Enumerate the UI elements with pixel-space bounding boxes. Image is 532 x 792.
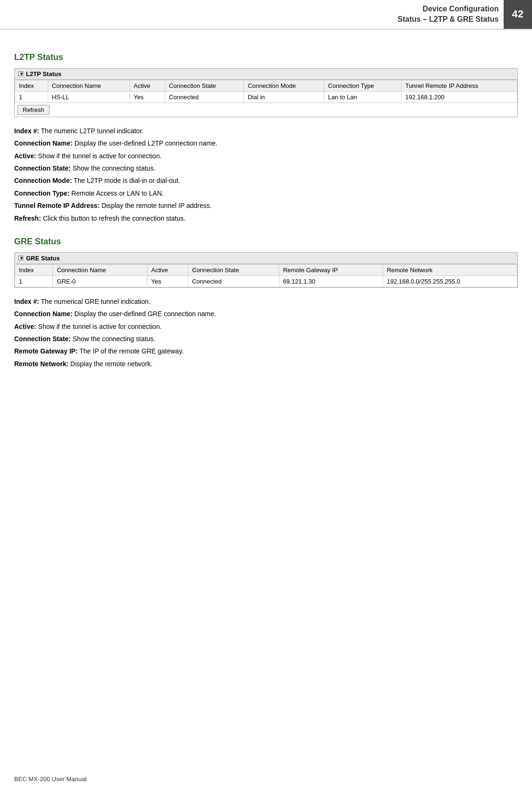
l2tp-desc-term-7: Refresh: xyxy=(14,215,41,222)
gre-desc-line-4: Remote Gateway IP: The IP of the remote … xyxy=(14,346,518,356)
main-content: L2TP Status ▼ L2TP Status Index Connecti… xyxy=(0,30,532,388)
l2tp-desc-term-5: Connection Type: xyxy=(14,189,69,197)
gre-desc-term-1: Connection Name: xyxy=(14,310,73,318)
l2tp-table: Index Connection Name Active Connection … xyxy=(15,80,517,103)
gre-table: Index Connection Name Active Connection … xyxy=(15,264,517,287)
l2tp-cell-r0-c3: Connected xyxy=(165,91,244,103)
l2tp-section-title: L2TP Status xyxy=(14,52,518,62)
l2tp-cell-r0-c4: Dial in xyxy=(244,91,324,103)
l2tp-desc-line-3: Connection State: Show the connecting st… xyxy=(14,163,518,173)
l2tp-desc-term-1: Connection Name: xyxy=(14,139,73,147)
l2tp-desc-line-6: Tunnel Remote IP Address: Display the re… xyxy=(14,200,518,211)
header-line2: Status – L2TP & GRE Status xyxy=(398,14,499,25)
l2tp-desc-term-2: Active: xyxy=(14,152,36,160)
l2tp-col-active: Active xyxy=(129,80,165,91)
l2tp-cell-r0-c6: 192.168.1.200 xyxy=(401,91,517,103)
gre-table-header: ▼ GRE Status xyxy=(15,253,517,264)
header-line1: Device Configuration xyxy=(423,4,499,14)
l2tp-cell-r0-c0: 1 xyxy=(15,91,48,103)
page-header: Device Configuration Status – L2TP & GRE… xyxy=(0,0,532,30)
gre-collapse-icon[interactable]: ▼ xyxy=(18,256,23,260)
l2tp-col-conntype: Connection Type xyxy=(324,80,401,91)
l2tp-cell-r0-c2: Yes xyxy=(129,91,165,103)
l2tp-desc-line-2: Active: Show if the tunnel is active for… xyxy=(14,151,518,161)
l2tp-desc-line-5: Connection Type: Remote Access or LAN to… xyxy=(14,188,518,198)
gre-table-header-row: Index Connection Name Active Connection … xyxy=(15,264,517,275)
l2tp-col-connname: Connection Name xyxy=(48,80,129,91)
footer-label: BEC MX-200 User Manual xyxy=(14,775,86,783)
l2tp-col-tunnelip: Tunnel Remote IP Address xyxy=(401,80,517,91)
l2tp-table-header: ▼ L2TP Status xyxy=(15,69,517,80)
gre-cell-r0-c0: 1 xyxy=(15,275,53,287)
l2tp-desc-term-6: Tunnel Remote IP Address: xyxy=(14,202,100,209)
gre-desc-term-3: Connection State: xyxy=(14,335,71,343)
l2tp-table-header-label: L2TP Status xyxy=(26,70,61,77)
gre-desc-term-4: Remote Gateway IP: xyxy=(14,347,78,355)
l2tp-desc-line-7: Refresh: Click this button to refresh th… xyxy=(14,213,518,224)
gre-desc-term-5: Remote Network: xyxy=(14,360,69,368)
gre-desc-line-0: Index #: The numerical GRE tunnel indica… xyxy=(14,296,518,307)
gre-desc-term-0: Index #: xyxy=(14,298,39,305)
l2tp-cell-r0-c5: Lan to Lan xyxy=(324,91,401,103)
gre-col-index: Index xyxy=(15,264,53,275)
gre-table-row: 1GRE-0YesConnected69.121.1.30192.168.0.0… xyxy=(15,275,517,287)
l2tp-desc-line-1: Connection Name: Display the user-define… xyxy=(14,138,518,148)
gre-desc-term-2: Active: xyxy=(14,323,36,330)
l2tp-cell-r0-c1: HS-LL xyxy=(48,91,129,103)
l2tp-col-connmode: Connection Mode xyxy=(244,80,324,91)
gre-col-connstate: Connection State xyxy=(188,264,279,275)
gre-col-connname: Connection Name xyxy=(53,264,147,275)
l2tp-col-index: Index xyxy=(15,80,48,91)
footer: BEC MX-200 User Manual xyxy=(14,775,86,783)
gre-cell-r0-c4: 69.121.1.30 xyxy=(279,275,383,287)
gre-col-active: Active xyxy=(147,264,188,275)
gre-desc-line-1: Connection Name: Display the user-define… xyxy=(14,309,518,319)
gre-table-container: ▼ GRE Status Index Connection Name Activ… xyxy=(14,252,518,288)
gre-desc-line-2: Active: Show if the tunnel is active for… xyxy=(14,321,518,332)
gre-table-header-label: GRE Status xyxy=(26,255,60,262)
l2tp-desc-line-4: Connection Mode: The L2TP mode is dial-i… xyxy=(14,175,518,186)
l2tp-desc-term-0: Index #: xyxy=(14,127,39,135)
header-title: Device Configuration Status – L2TP & GRE… xyxy=(0,0,504,29)
gre-desc-line-5: Remote Network: Display the remote netwo… xyxy=(14,359,518,369)
gre-cell-r0-c5: 192.168.0.0/255.255.255.0 xyxy=(383,275,517,287)
gre-col-remoteip: Remote Gateway IP xyxy=(279,264,383,275)
gre-descriptions: Index #: The numerical GRE tunnel indica… xyxy=(14,296,518,369)
l2tp-desc-term-3: Connection State: xyxy=(14,164,71,172)
l2tp-collapse-icon[interactable]: ▼ xyxy=(18,71,23,76)
l2tp-col-connstate: Connection State xyxy=(165,80,244,91)
gre-col-remotenet: Remote Network xyxy=(383,264,517,275)
gre-cell-r0-c1: GRE-0 xyxy=(53,275,147,287)
gre-cell-r0-c3: Connected xyxy=(188,275,279,287)
l2tp-table-container: ▼ L2TP Status Index Connection Name Acti… xyxy=(14,68,518,117)
l2tp-desc-term-4: Connection Mode: xyxy=(14,177,72,184)
l2tp-table-row: 1HS-LLYesConnectedDial inLan to Lan192.1… xyxy=(15,91,517,103)
l2tp-refresh-button[interactable]: Refresh xyxy=(17,105,50,115)
page-number: 42 xyxy=(504,0,532,29)
gre-desc-line-3: Connection State: Show the connecting st… xyxy=(14,334,518,344)
gre-cell-r0-c2: Yes xyxy=(147,275,188,287)
gre-section-title: GRE Status xyxy=(14,237,518,247)
l2tp-table-header-row: Index Connection Name Active Connection … xyxy=(15,80,517,91)
l2tp-descriptions: Index #: The numeric L2TP tunnel indicat… xyxy=(14,126,518,224)
l2tp-desc-line-0: Index #: The numeric L2TP tunnel indicat… xyxy=(14,126,518,136)
